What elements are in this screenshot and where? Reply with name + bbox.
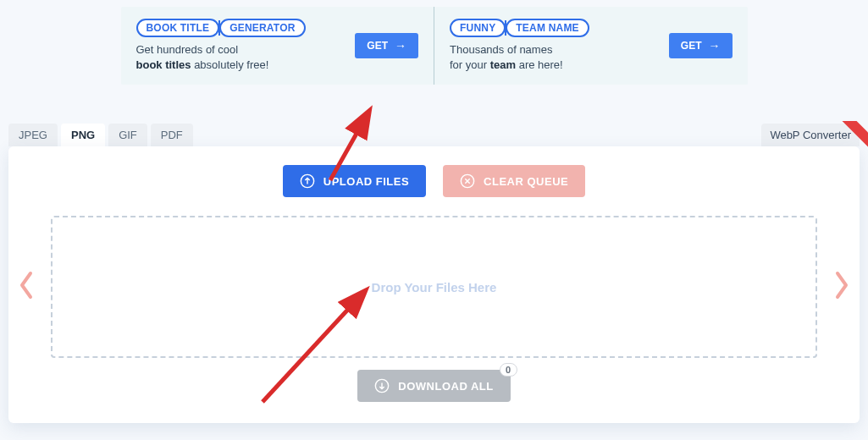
ad-left-pills: BOOK TITLE GENERATOR <box>136 19 306 37</box>
ad-right-line1: Thousands of names <box>450 43 552 56</box>
download-all-label: Download All <box>398 380 493 393</box>
download-row: Download All 0 <box>8 370 860 402</box>
ad-right-get-label: GET <box>681 40 702 52</box>
download-icon <box>374 378 390 393</box>
clear-queue-label: Clear Queue <box>484 175 568 188</box>
tab-png[interactable]: PNG <box>61 124 105 146</box>
chevron-left-icon <box>19 270 36 300</box>
ad-left-get-label: GET <box>367 40 388 52</box>
ad-right-pre: for your <box>450 58 490 71</box>
download-count-badge: 0 <box>500 363 517 377</box>
ad-left-bold: book titles <box>136 58 191 71</box>
ad-left[interactable]: BOOK TITLE GENERATOR Get hundreds of coo… <box>121 7 435 85</box>
ad-right-bold: team <box>490 58 516 71</box>
tab-webp-label: WebP Converter <box>770 129 851 141</box>
upload-files-button[interactable]: Upload Files <box>283 165 426 197</box>
pill-generator: GENERATOR <box>219 19 305 37</box>
ad-right-pills: FUNNY TEAM NAME <box>450 19 589 37</box>
format-tabs: JPEG PNG GIF PDF WebP Converter <box>0 124 868 146</box>
upload-files-label: Upload Files <box>323 175 409 188</box>
pill-separator-icon <box>505 20 506 36</box>
dropzone[interactable]: Drop Your Files Here <box>51 216 817 358</box>
ad-left-line2: absolutely free! <box>191 58 269 71</box>
tab-jpeg[interactable]: JPEG <box>8 124 58 146</box>
ad-left-get-button[interactable]: GET → <box>355 33 418 58</box>
ad-left-content: BOOK TITLE GENERATOR Get hundreds of coo… <box>136 19 306 72</box>
arrow-right-icon: → <box>709 39 721 52</box>
tab-gif[interactable]: GIF <box>108 124 147 146</box>
ad-banner: BOOK TITLE GENERATOR Get hundreds of coo… <box>121 7 748 85</box>
ad-right-text: Thousands of names for your team are her… <box>450 42 589 72</box>
pill-team-name: TEAM NAME <box>506 19 589 37</box>
ad-left-line1: Get hundreds of cool <box>136 43 239 56</box>
ad-left-text: Get hundreds of cool book titles absolut… <box>136 42 306 72</box>
action-buttons-row: Upload Files Clear Queue <box>8 165 860 197</box>
clear-icon <box>460 173 475 189</box>
carousel-prev-button[interactable] <box>19 270 36 300</box>
download-all-button[interactable]: Download All 0 <box>357 370 510 402</box>
pill-book-title: BOOK TITLE <box>136 19 220 37</box>
ad-right-content: FUNNY TEAM NAME Thousands of names for y… <box>450 19 589 72</box>
ad-right-line2: are here! <box>516 58 563 71</box>
upload-icon <box>300 173 315 189</box>
main-panel: Upload Files Clear Queue Drop Your Files… <box>8 146 860 423</box>
new-ribbon-icon <box>840 121 868 150</box>
ad-right[interactable]: FUNNY TEAM NAME Thousands of names for y… <box>434 7 748 85</box>
tab-webp-converter[interactable]: WebP Converter <box>761 124 860 146</box>
pill-separator-icon <box>218 20 220 36</box>
pill-funny: FUNNY <box>450 19 506 37</box>
clear-queue-button[interactable]: Clear Queue <box>443 165 585 197</box>
arrow-right-icon: → <box>395 39 406 52</box>
tab-pdf[interactable]: PDF <box>151 124 193 146</box>
chevron-right-icon <box>832 270 849 300</box>
carousel-next-button[interactable] <box>832 270 849 300</box>
dropzone-text: Drop Your Files Here <box>372 280 497 294</box>
ad-right-get-button[interactable]: GET → <box>669 33 733 58</box>
